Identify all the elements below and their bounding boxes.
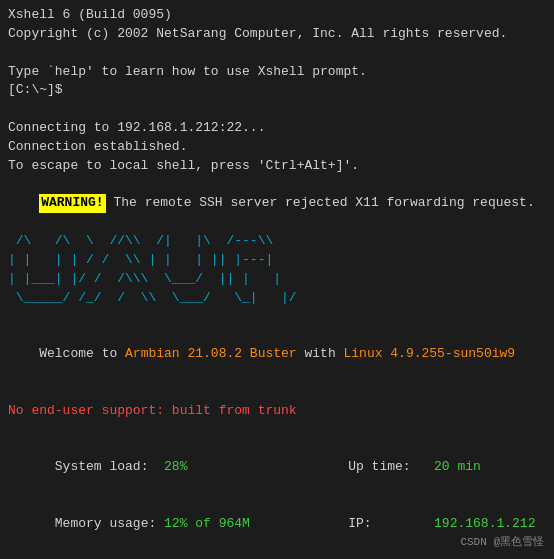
blank-line-5	[8, 421, 546, 440]
warning-text: The remote SSH server rejected X11 forwa…	[106, 195, 535, 210]
watermark-text: CSDN @黑色雪怪	[460, 536, 544, 548]
copyright-text: Copyright (c) 2002 NetSarang Computer, I…	[8, 26, 507, 41]
memusage-left: Memory usage: 12% of 964M	[8, 496, 278, 553]
memusage-label: Memory usage:	[55, 516, 164, 531]
warning-line: WARNING! The remote SSH server rejected …	[8, 176, 546, 233]
conn-established-line: Connection established.	[8, 138, 546, 157]
armbian-version: Armbian 21.08.2 Buster	[125, 346, 297, 361]
cputemp-right: Usage of /: 5% of 29G	[278, 552, 546, 559]
title-text: Xshell 6 (Build 0095)	[8, 7, 172, 22]
help-text: Type `help' to learn how to use Xshell p…	[8, 64, 367, 79]
sysload-val: 28%	[164, 459, 187, 474]
local-prompt-text: [C:\~]$	[8, 82, 63, 97]
linux-version: Linux 4.9.255-sun50iw9	[344, 346, 516, 361]
welcome-prefix: Welcome to	[39, 346, 125, 361]
ascii-line-3: | |___| |/ / /\\\ \___/ || | |	[8, 270, 546, 289]
warning-label: WARNING!	[39, 194, 105, 213]
local-prompt-line: [C:\~]$	[8, 81, 546, 100]
connecting-text: Connecting to 192.168.1.212:22...	[8, 120, 265, 135]
ip-val: 192.168.1.212	[434, 516, 535, 531]
no-support-line: No end-user support: built from trunk	[8, 402, 546, 421]
watermark: CSDN @黑色雪怪	[460, 534, 544, 549]
ip-label: IP:	[325, 516, 434, 531]
blank-line-1	[8, 44, 546, 63]
blank-line-2	[8, 100, 546, 119]
ascii-line-4: \_____/ /_/ / \\ \___/ \_| |/	[8, 289, 546, 308]
uptime-val: 20 min	[434, 459, 481, 474]
no-support-text: No end-user support: built from trunk	[8, 403, 297, 418]
sysload-right: Up time: 20 min	[278, 439, 546, 496]
escape-tip-text: To escape to local shell, press 'Ctrl+Al…	[8, 158, 359, 173]
title-line: Xshell 6 (Build 0095)	[8, 6, 546, 25]
ascii-art-block: /​\ /\ \ //\\ /| |\ /---\\ | | | | / / \…	[8, 232, 546, 307]
conn-established-text: Connection established.	[8, 139, 187, 154]
ascii-line-2: | | | | / / \\ | | | || |---|	[8, 251, 546, 270]
blank-line-3	[8, 308, 546, 327]
sysload-row: System load: 28% Up time: 20 min	[8, 439, 546, 496]
help-line: Type `help' to learn how to use Xshell p…	[8, 63, 546, 82]
connecting-line: Connecting to 192.168.1.212:22...	[8, 119, 546, 138]
memusage-val: 12% of 964M	[164, 516, 250, 531]
sysload-label: System load:	[55, 459, 164, 474]
ascii-line-1: /​\ /\ \ //\\ /| |\ /---\\	[8, 232, 546, 251]
escape-tip-line: To escape to local shell, press 'Ctrl+Al…	[8, 157, 546, 176]
sysload-left: System load: 28%	[8, 439, 278, 496]
terminal-window: Xshell 6 (Build 0095) Copyright (c) 2002…	[0, 0, 554, 559]
blank-line-4	[8, 383, 546, 402]
uptime-label: Up time:	[325, 459, 434, 474]
cputemp-row: CPU temp: 40°C Usage of /: 5% of 29G	[8, 552, 546, 559]
welcome-line: Welcome to Armbian 21.08.2 Buster with L…	[8, 326, 546, 383]
copyright-line: Copyright (c) 2002 NetSarang Computer, I…	[8, 25, 546, 44]
cputemp-left: CPU temp: 40°C	[8, 552, 278, 559]
welcome-mid: with	[297, 346, 344, 361]
